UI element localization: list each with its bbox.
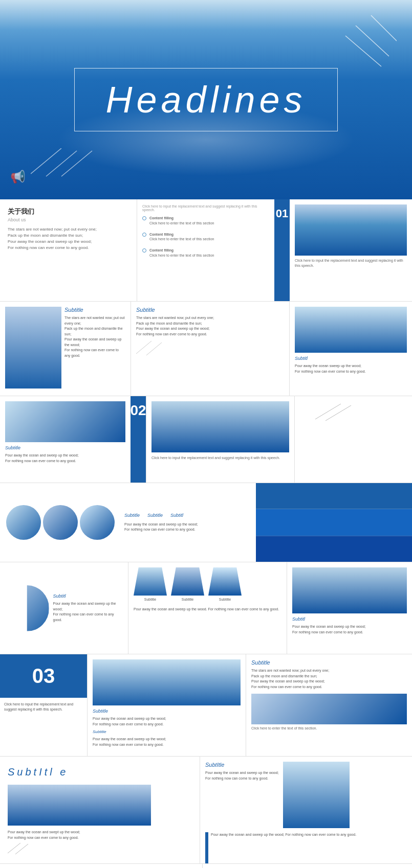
half-left-section: Subtitl Pour away the ocean and sweep up…	[0, 562, 128, 654]
circle-3	[80, 505, 115, 540]
circle-subtitle-3: Subtitl	[170, 513, 183, 518]
s02-num-badge: 02	[131, 396, 146, 483]
circle-subtitle-1: Subtitle	[124, 513, 140, 518]
circles-body: Pour away the ocean and sweep up the woo…	[124, 522, 198, 533]
sub3-section: Subtitl Pour away the ocean sweep up the…	[289, 302, 412, 396]
bar-1	[256, 483, 412, 509]
s03-mid: Subtitle Pour away the ocean and sweep u…	[87, 654, 246, 756]
circle-subtitle-2: Subtitle	[147, 513, 163, 518]
content-item-3: Content filling Click here to enter the …	[142, 248, 269, 258]
s03-right-image	[251, 694, 407, 724]
sub1-section: Subtitle The stars are not wanted now; p…	[0, 302, 131, 396]
bar-2	[256, 509, 412, 535]
diagonal-lines-top	[294, 10, 397, 72]
slide-subtItle-summary: SubtItle Pour away theocean andsweep up …	[0, 864, 412, 868]
s02-body: Pour away the ocean and sweep up the woo…	[5, 453, 125, 464]
half-circle-shape	[5, 585, 49, 631]
dot-icon	[142, 216, 146, 220]
hero-headline: Headlines	[105, 79, 306, 121]
svg-line-4	[46, 151, 77, 176]
subtItle-left: SubtItle Pour away theocean andsweep up …	[0, 864, 202, 868]
sub2-diagonal-deco	[136, 341, 187, 356]
sub1-image	[5, 307, 61, 389]
half-subtitle: Subtitl	[53, 593, 123, 599]
num03-caption: Click here to input the replacement text…	[0, 698, 87, 756]
sub1-body: The stars are not wanted now; put out ev…	[64, 315, 125, 358]
slide-circles: Subtitle Subtitle Subtitl Pour away the …	[0, 483, 412, 562]
content-item-desc-2: Click here to enter the text of this sec…	[149, 237, 214, 242]
s03-right-body: The stars are not wanted now; put out ev…	[251, 668, 407, 690]
bar-3	[256, 536, 412, 562]
sub3-label: Subtitl	[295, 356, 407, 361]
about-right-section: Click here to input the replacement text…	[290, 199, 412, 301]
about-caption: Click here to input the replacement text…	[142, 204, 269, 212]
s02-deco	[300, 401, 407, 422]
subtitle-large-image	[8, 785, 151, 826]
s02-mid: Click here to input the replacement text…	[146, 396, 294, 483]
trap-label-1: Subtitle	[144, 597, 156, 603]
slide-02-section: Subtitle Pour away the ocean and sweep u…	[0, 396, 412, 483]
svg-line-1	[356, 26, 389, 56]
content-item-label-3: Content filling	[149, 248, 214, 253]
slide-03-section: 03 Click here to input the replacement t…	[0, 654, 412, 757]
dot-icon-2	[142, 233, 146, 237]
subtitle-right-image	[283, 762, 350, 828]
num03-label: 03	[32, 665, 55, 688]
s03-mid-subtitle: Subtitle	[93, 709, 241, 714]
content-item-1: Content filling Click here to enter the …	[142, 216, 269, 226]
s02-subtitle: Subtitle	[5, 445, 125, 450]
s03-right-subtitle: Subtitle	[251, 659, 407, 666]
slide-about: 关于我们 About us The stars are not wanted n…	[0, 199, 412, 302]
s03-right: Subtitle The stars are not wanted now; p…	[246, 654, 412, 756]
trapezoid-section: Subtitle Subtitle Subtitle Pour away the…	[128, 562, 287, 654]
sub2-body: The stars are not wanted now; put out ev…	[136, 315, 284, 337]
subtitle-spaced-text: SubtItl e	[8, 766, 68, 778]
blue-vert-bar	[205, 832, 208, 864]
content-item-label-2: Content filling	[149, 232, 214, 237]
svg-line-6	[136, 341, 151, 354]
hero-headline-box: Headlines	[74, 68, 337, 131]
slide-subtitle-large: SubtItl e Pour away the ocean and swept …	[0, 757, 412, 864]
sub3-body: Pour away the ocean sweep up the wood; F…	[295, 363, 407, 374]
diagonal-lines-bottom	[31, 148, 107, 179]
s02-caption: Click here to input the replacement text…	[151, 455, 289, 461]
s03-right-caption: Click here to enter the text of this sec…	[251, 726, 407, 730]
content-item-desc-1: Click here to enter the text of this sec…	[149, 221, 214, 226]
about-left-section: 关于我们 About us The stars are not wanted n…	[0, 199, 137, 301]
s02-left: Subtitle Pour away the ocean and sweep u…	[0, 396, 131, 483]
subtitle-large-body: Pour away the ocean and swept up the woo…	[8, 830, 192, 840]
circles-left: Subtitle Subtitle Subtitl Pour away the …	[0, 483, 256, 562]
about-title-en: About us	[8, 217, 129, 222]
trap-label-3: Subtitle	[219, 597, 231, 603]
s03-sub-body: Pour away the ocean and sweep up the woo…	[93, 737, 241, 747]
svg-line-5	[61, 151, 92, 176]
num-label: 01	[276, 207, 288, 220]
about-middle-section: Click here to input the replacement text…	[137, 199, 274, 301]
s03-mid-image	[93, 659, 241, 705]
subtitle-deco	[8, 843, 49, 856]
slide-half-trapezoid: Subtitl Pour away the ocean and sweep up…	[0, 562, 412, 654]
svg-line-0	[371, 15, 397, 41]
sub1-label: Subtitle	[64, 307, 125, 313]
about-right-caption: Click here to input the replacement text…	[295, 258, 407, 268]
sub2-section: Subtitle The stars are not wanted now; p…	[131, 302, 289, 396]
subtitle-right-body: Pour away the ocean and sweep up the woo…	[205, 770, 279, 781]
sub2-label: Subtitle	[136, 307, 284, 313]
half-right-image	[292, 567, 407, 613]
trap-body: Pour away the ocean and sweep up the woo…	[134, 607, 281, 612]
content-item-desc-3: Click here to enter the text of this sec…	[149, 253, 214, 258]
half-right-section: Subtitl Pour away the ocean and sweep up…	[287, 562, 412, 654]
svg-line-8	[315, 404, 341, 419]
circle-2	[43, 505, 78, 540]
content-item-2: Content filling Click here to enter the …	[142, 232, 269, 242]
content-item-label-1: Content filling	[149, 216, 214, 221]
sub3-image	[295, 307, 407, 353]
dot-icon-3	[142, 248, 146, 253]
about-num-badge: 01	[274, 199, 290, 301]
trap-label-2: Subtitle	[182, 597, 193, 603]
half-body: Pour away the ocean and sweep up the woo…	[53, 601, 123, 623]
circle-1	[6, 505, 41, 540]
s02-left-image	[5, 401, 125, 442]
svg-line-3	[31, 148, 61, 174]
subtitle-right-extra: Pour away the ocean and sweep up the woo…	[211, 832, 356, 837]
